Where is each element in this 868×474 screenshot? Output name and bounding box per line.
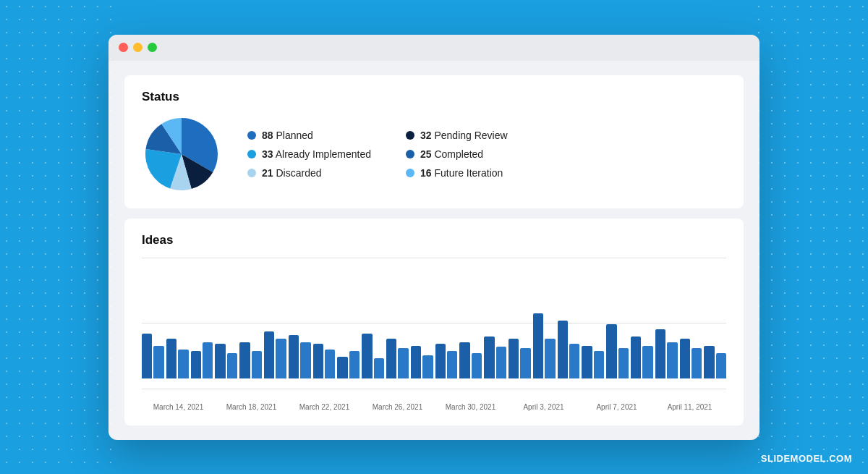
legend-dot (247, 131, 256, 140)
x-labels: March 14, 2021March 18, 2021March 22, 20… (142, 400, 726, 411)
legend-text: 21 Discarded (262, 167, 322, 179)
bar (558, 321, 568, 378)
bar-group (362, 334, 384, 378)
x-label: April 11, 2021 (653, 403, 726, 411)
bar (545, 339, 555, 378)
chart-area: March 14, 2021March 18, 2021March 22, 20… (142, 258, 726, 411)
bar (594, 351, 604, 378)
bar-group (484, 337, 506, 378)
bar (191, 351, 201, 378)
x-label: March 18, 2021 (215, 403, 288, 411)
bar (252, 351, 262, 378)
bar (422, 355, 433, 378)
legend-text: 33 Already Implemented (262, 148, 371, 160)
traffic-light-green[interactable] (148, 43, 157, 52)
slidemodel-credit: SLIDEMODEL.COM (761, 453, 852, 464)
x-label: April 7, 2021 (580, 403, 653, 411)
legend-text: 88 Planned (262, 130, 313, 141)
bar (569, 344, 579, 378)
content-area: Status (109, 61, 760, 440)
bar-group (509, 339, 531, 378)
legend-item: 33 Already Implemented (247, 148, 371, 160)
bar (411, 346, 421, 378)
bar (239, 342, 250, 378)
ideas-title: Ideas (142, 233, 726, 247)
bar (264, 331, 274, 378)
legend-item: 16 Future Iteration (406, 167, 529, 179)
bar-group (289, 335, 311, 378)
titlebar (109, 35, 760, 61)
bar (337, 357, 347, 378)
bar (472, 353, 482, 378)
bar-group (264, 331, 286, 378)
legend-dot (406, 169, 414, 177)
bar-group (166, 339, 189, 378)
bar (178, 350, 188, 378)
legend-dot (247, 150, 256, 158)
bar (386, 339, 396, 378)
bar-group (337, 351, 359, 378)
legend-dot (406, 150, 414, 158)
bar (325, 350, 335, 378)
bar-group (459, 342, 482, 378)
bar (667, 342, 677, 378)
bar (362, 334, 372, 378)
bar-group (239, 342, 262, 378)
bar (276, 339, 286, 378)
bar (459, 342, 469, 378)
bar (606, 324, 616, 378)
traffic-light-yellow[interactable] (133, 43, 142, 52)
bar (496, 347, 506, 378)
legend-text: 16 Future Iteration (420, 167, 503, 179)
legend-dot (247, 169, 256, 177)
bar-group (704, 346, 726, 378)
bar-group (606, 324, 629, 378)
x-label: March 22, 2021 (288, 403, 361, 411)
bar (313, 344, 323, 378)
status-title: Status (142, 90, 726, 104)
bar (520, 348, 530, 378)
bar-group (313, 344, 336, 378)
bar (300, 342, 310, 378)
legend-text: 32 Pending Review (420, 130, 508, 141)
bar (215, 344, 225, 378)
x-label: April 3, 2021 (507, 403, 580, 411)
bar (153, 346, 163, 378)
legend-item: 32 Pending Review (406, 130, 529, 141)
bars-wrapper (142, 258, 726, 400)
bar-group (191, 342, 213, 378)
bar (349, 351, 359, 378)
bar-group (680, 339, 702, 378)
bar (618, 348, 629, 378)
bar (582, 346, 592, 378)
bar (642, 346, 652, 378)
bar-group (655, 329, 678, 378)
bar (484, 337, 494, 378)
bar-group (558, 321, 580, 378)
bar (680, 339, 690, 378)
bar (716, 353, 726, 378)
x-label: March 30, 2021 (434, 403, 507, 411)
traffic-light-red[interactable] (119, 43, 128, 52)
bar-group (582, 346, 604, 378)
bar (435, 344, 446, 378)
bar (509, 339, 519, 378)
status-card: Status (124, 75, 744, 208)
bar (704, 346, 714, 378)
legend-item: 21 Discarded (247, 167, 371, 179)
bar (374, 358, 384, 378)
bar (533, 313, 543, 378)
bar (227, 353, 237, 378)
pie-chart (142, 114, 221, 194)
bar (166, 339, 176, 378)
bar (692, 348, 702, 378)
bar (398, 348, 408, 378)
bar (142, 334, 152, 378)
x-label: March 14, 2021 (142, 403, 215, 411)
bar-group (631, 337, 653, 378)
bar-group (533, 313, 556, 378)
bar (289, 335, 299, 378)
legend-dot (406, 131, 414, 140)
bar-group (386, 339, 409, 378)
bar (447, 351, 457, 378)
